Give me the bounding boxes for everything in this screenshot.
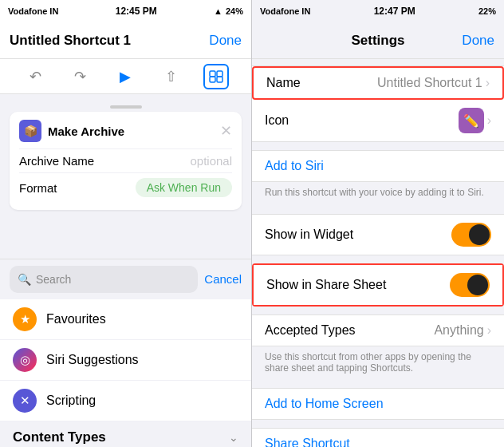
share-shortcut-label: Share Shortcut [265, 437, 350, 447]
list-item-scripting[interactable]: ✕ Scripting [0, 381, 251, 421]
icon-chevron-icon: › [487, 113, 491, 128]
time-left: 12:45 PM [116, 6, 157, 17]
done-button-right[interactable]: Done [462, 33, 494, 49]
list-section: ★ Favourites ◎ Siri Suggestions ✕ Script… [0, 299, 251, 448]
accepted-description: Use this shortcut from other apps by ope… [252, 346, 504, 380]
card-header: 📦 Make Archive ✕ [19, 120, 232, 142]
name-icon-group: Name Untitled Shortcut 1 › Icon ✏️ › [252, 65, 504, 142]
accepted-types-value: Anything [434, 323, 483, 338]
play-button[interactable]: ▶ [112, 64, 138, 89]
accepted-types-value-row: Anything › [434, 323, 491, 338]
search-icon: 🔍 [18, 273, 31, 286]
content-types-header[interactable]: Content Types ⌄ [0, 421, 251, 448]
make-archive-card: 📦 Make Archive ✕ Archive Name optional F… [10, 112, 242, 210]
siri-description: Run this shortcut with your voice by add… [252, 182, 504, 206]
favourites-icon: ★ [13, 307, 37, 331]
settings-title: Settings [351, 33, 404, 49]
toggle-knob-widget [469, 224, 490, 245]
toggle-knob-share [467, 275, 488, 295]
show-in-share-sheet-toggle[interactable] [450, 273, 490, 297]
shortcut-icon-box[interactable]: ✏️ [459, 108, 484, 133]
action-icon: 📦 [19, 120, 41, 142]
settings-button[interactable] [203, 64, 229, 89]
search-placeholder: Search [36, 273, 71, 286]
siri-label: Siri Suggestions [46, 353, 139, 367]
content-types-chevron: ⌄ [229, 431, 238, 444]
svg-rect-2 [210, 77, 215, 82]
battery-left: ▲ 24% [214, 6, 243, 16]
icon-row[interactable]: Icon ✏️ › [252, 100, 504, 141]
accepted-types-label: Accepted Types [265, 323, 356, 338]
status-bar-right: Vodafone IN 12:47 PM 22% [252, 0, 504, 22]
format-row: Format Ask When Run [19, 172, 232, 202]
search-section: 🔍 Search Cancel [0, 259, 251, 299]
show-in-widget-toggle[interactable] [451, 223, 491, 247]
format-badge[interactable]: Ask When Run [136, 178, 232, 197]
list-item-favourites[interactable]: ★ Favourites [0, 299, 251, 340]
redo-button[interactable]: ↷ [68, 64, 93, 89]
name-value: Untitled Shortcut 1 [377, 76, 482, 90]
widget-group: Show in Widget [252, 214, 504, 255]
show-in-share-sheet-row: Show in Share Sheet [254, 265, 502, 305]
add-to-siri-label: Add to Siri [265, 159, 324, 173]
list-item-siri[interactable]: ◎ Siri Suggestions [0, 340, 251, 381]
show-in-widget-label: Show in Widget [265, 227, 353, 242]
card-title-row: 📦 Make Archive [19, 120, 124, 142]
accepted-types-chevron-icon: › [487, 323, 491, 338]
add-to-home-row[interactable]: Add to Home Screen [252, 388, 504, 420]
add-to-siri-group: Add to Siri [252, 150, 504, 182]
scripting-icon: ✕ [13, 389, 37, 413]
accepted-types-group: Accepted Types Anything › [252, 314, 504, 346]
svg-rect-3 [217, 77, 222, 82]
siri-group: Add to Siri Run this shortcut with your … [252, 150, 504, 206]
scroll-indicator [110, 105, 142, 109]
action-card-name: Make Archive [48, 125, 124, 138]
done-button-left[interactable]: Done [209, 33, 242, 49]
time-right: 12:47 PM [374, 6, 415, 17]
left-panel: Vodafone IN 12:45 PM ▲ 24% Untitled Shor… [0, 0, 252, 447]
archive-name-row: Archive Name optional [19, 148, 232, 172]
icon-value-row: ✏️ › [459, 108, 491, 133]
show-in-widget-row: Show in Widget [252, 215, 504, 255]
svg-rect-1 [217, 71, 222, 77]
carrier-right: Vodafone IN [260, 6, 310, 16]
carrier-left: Vodafone IN [8, 6, 58, 16]
toolbar-left: ↶ ↷ ▶ ⇧ [0, 59, 251, 94]
settings-list: Name Untitled Shortcut 1 › Icon ✏️ › Add… [252, 59, 504, 447]
add-to-home-label: Add to Home Screen [265, 397, 384, 410]
archive-name-label: Archive Name [19, 154, 94, 168]
right-panel: Vodafone IN 12:47 PM 22% Settings Done N… [252, 0, 504, 447]
icon-label: Icon [265, 113, 289, 128]
accepted-types-row[interactable]: Accepted Types Anything › [252, 315, 504, 346]
siri-icon: ◎ [13, 348, 37, 372]
name-value-row: Untitled Shortcut 1 › [377, 76, 490, 90]
close-card-button[interactable]: ✕ [220, 122, 232, 140]
undo-button[interactable]: ↶ [22, 64, 48, 89]
share-button[interactable]: ⇧ [158, 64, 183, 89]
archive-name-placeholder: optional [190, 154, 232, 168]
favourites-label: Favourites [46, 312, 106, 326]
share-sheet-group: Show in Share Sheet [252, 263, 504, 307]
search-cancel-button[interactable]: Cancel [204, 272, 242, 286]
svg-rect-0 [210, 71, 215, 77]
name-label: Name [266, 76, 301, 90]
wifi-icon: ▲ [214, 6, 222, 16]
battery-right: 22% [478, 6, 496, 16]
nav-title-left: Untitled Shortcut 1 [10, 33, 131, 49]
status-bar-left: Vodafone IN 12:45 PM ▲ 24% [0, 0, 251, 22]
name-chevron-icon: › [486, 76, 490, 90]
shortcut-content: 📦 Make Archive ✕ Archive Name optional F… [0, 94, 251, 259]
nav-bar-right: Settings Done [252, 22, 504, 59]
name-row[interactable]: Name Untitled Shortcut 1 › [252, 66, 504, 100]
nav-bar-left: Untitled Shortcut 1 Done [0, 22, 251, 59]
show-in-share-sheet-label: Show in Share Sheet [266, 278, 386, 292]
accepted-types-section: Accepted Types Anything › Use this short… [252, 314, 504, 380]
format-label: Format [19, 181, 57, 195]
content-types-label: Content Types [13, 429, 106, 445]
scripting-label: Scripting [46, 394, 96, 408]
add-to-siri-row[interactable]: Add to Siri [252, 151, 504, 181]
search-bar[interactable]: 🔍 Search [10, 266, 198, 293]
share-shortcut-row[interactable]: Share Shortcut [252, 428, 504, 447]
